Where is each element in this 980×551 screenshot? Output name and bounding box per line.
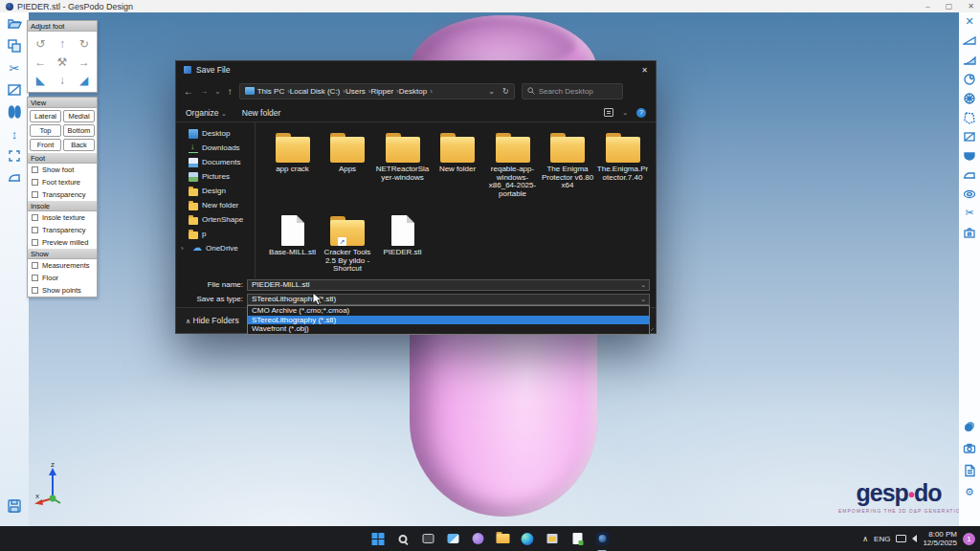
ramp-tool-icon[interactable] xyxy=(963,53,977,67)
forward-button[interactable]: → xyxy=(200,87,208,96)
file-tile[interactable]: ↗ The.Enigma.Protector.7.40 xyxy=(595,128,650,211)
search-button[interactable] xyxy=(395,531,412,547)
save-type-option[interactable]: CMO Archive (*.cmo;*.cmoa) xyxy=(248,306,649,316)
save-icon[interactable] xyxy=(6,497,23,515)
export-package-icon[interactable] xyxy=(963,225,977,239)
file-name-input[interactable]: PIEDER-MILL.stl ⌄ xyxy=(247,279,650,291)
breadcrumb-item[interactable]: Ripper xyxy=(371,87,399,96)
fit-view-icon[interactable] xyxy=(6,147,23,165)
sidebar-item[interactable]: › Documents ⊼ xyxy=(176,155,255,169)
notes-app-icon[interactable] xyxy=(569,531,586,547)
file-tile[interactable]: ↗ New folder xyxy=(431,128,485,211)
minimize-button[interactable]: – xyxy=(925,0,929,12)
sidebar-item[interactable]: › Desktop ⊼ xyxy=(176,126,255,141)
panel-close-icon[interactable]: ✕ xyxy=(963,14,977,29)
report-icon[interactable] xyxy=(963,463,977,477)
notification-badge[interactable]: 1 xyxy=(963,533,975,545)
shell-tool-icon[interactable] xyxy=(963,148,977,163)
recent-locations-button[interactable]: ⌄ xyxy=(214,87,221,96)
close-button[interactable]: ✕ xyxy=(968,0,974,12)
adjust-foot-button[interactable]: ↓ xyxy=(52,71,74,89)
ring-tool-icon[interactable] xyxy=(963,187,977,201)
grinder-disc-icon[interactable] xyxy=(963,72,977,86)
view-button[interactable]: Medial xyxy=(63,110,95,122)
view-button[interactable]: Bottom xyxy=(63,124,95,137)
adjust-foot-button[interactable]: ↑ xyxy=(52,34,74,53)
breadcrumb-item[interactable]: Local Disk (C:) xyxy=(290,87,345,96)
task-view-button[interactable] xyxy=(420,531,436,547)
expand-chevron-icon[interactable]: › xyxy=(181,244,189,253)
view-button[interactable]: Back xyxy=(63,139,95,151)
checkbox[interactable] xyxy=(32,239,38,246)
file-tile[interactable]: ↗ The Enigma Protector v6.80 x64 xyxy=(541,128,595,211)
breadcrumb-item[interactable]: Desktop xyxy=(399,87,433,96)
dialog-close-button[interactable]: ✕ xyxy=(641,66,648,75)
checkbox-row[interactable]: Floor xyxy=(28,272,97,284)
checkbox-row[interactable]: Transparency xyxy=(28,224,97,236)
cut-tool-icon[interactable]: ✂ xyxy=(963,206,977,220)
breadcrumb-item[interactable]: Users xyxy=(345,87,371,96)
view-toggle-chevron[interactable]: ⌄ xyxy=(622,109,628,117)
sidebar-item[interactable]: › OneDrive ⊼ xyxy=(176,241,255,255)
sidebar-item[interactable]: › Design ⊼ xyxy=(176,184,255,198)
checkbox[interactable] xyxy=(32,179,38,186)
search-input[interactable]: Search Desktop xyxy=(522,83,623,99)
insoles-pair-icon[interactable] xyxy=(6,103,23,121)
iron-smooth-icon[interactable] xyxy=(963,167,977,182)
save-type-option[interactable]: STereoLithography (*.stl) xyxy=(248,316,649,325)
view-button[interactable]: Front xyxy=(30,139,61,151)
checkbox-row[interactable]: Show foot xyxy=(28,164,97,176)
open-folder-icon[interactable] xyxy=(6,15,23,33)
maximize-button[interactable]: ▢ xyxy=(946,0,953,12)
view-button[interactable]: Lateral xyxy=(30,110,61,122)
new-folder-button[interactable]: New folder xyxy=(242,108,281,118)
store-app-icon[interactable] xyxy=(545,531,561,547)
file-tile[interactable]: ↗ NETReactorSlayer-windows xyxy=(375,128,430,211)
checkbox[interactable] xyxy=(32,191,38,198)
widgets-button[interactable] xyxy=(445,531,461,547)
duplicate-icon[interactable] xyxy=(6,37,23,55)
cut-icon[interactable]: ✂ xyxy=(6,59,23,77)
save-type-dropdown-icon[interactable]: ⌄ xyxy=(640,295,646,304)
checkbox-row[interactable]: Preview milled xyxy=(28,236,97,249)
checkbox-row[interactable]: Measurements xyxy=(28,259,97,272)
save-type-select[interactable]: STereoLithography (*.stl) ⌄ xyxy=(247,294,650,305)
checkbox-row[interactable]: Transparency xyxy=(28,188,97,201)
volume-icon[interactable] xyxy=(912,535,917,542)
organize-button[interactable]: Organize ⌄ xyxy=(186,108,227,118)
file-tile[interactable]: ↗ reqable-app-windows-x86_64-2025-portab… xyxy=(485,128,540,211)
dialog-titlebar[interactable]: Save File ✕ xyxy=(176,61,656,78)
wedge-tool-icon[interactable] xyxy=(963,33,977,48)
adjust-foot-button[interactable]: → xyxy=(73,53,95,71)
edge-browser-icon[interactable] xyxy=(520,531,536,547)
network-icon[interactable] xyxy=(896,535,906,542)
adjust-foot-button[interactable]: ← xyxy=(30,53,52,71)
help-icon[interactable]: ? xyxy=(636,108,646,118)
checkbox[interactable] xyxy=(32,166,38,173)
adjust-foot-button[interactable]: ↻ xyxy=(73,34,95,53)
breadcrumb[interactable]: This PCLocal Disk (C:)UsersRipperDesktop… xyxy=(239,83,515,99)
adjust-foot-button[interactable]: ↺ xyxy=(30,34,52,53)
checkbox-row[interactable]: Foot texture xyxy=(28,176,97,188)
mesh-sphere-icon[interactable] xyxy=(963,91,977,105)
adjust-foot-button[interactable]: ⚒ xyxy=(52,53,74,71)
up-button[interactable]: ↑ xyxy=(228,86,233,97)
layers-icon[interactable] xyxy=(963,419,977,433)
checkbox[interactable] xyxy=(32,227,38,233)
height-adjust-icon[interactable]: ↕ xyxy=(6,125,23,143)
sidebar-item[interactable]: › OrtenShape ⊼ xyxy=(176,212,255,227)
adjust-foot-button[interactable]: ◢ xyxy=(73,71,95,89)
sidebar-item[interactable]: › p ⊼ xyxy=(176,227,255,241)
crop-icon[interactable] xyxy=(6,81,23,99)
checkbox[interactable] xyxy=(32,287,38,294)
file-tile[interactable]: ↗ app crack xyxy=(265,128,320,211)
save-type-option[interactable]: Wavefront (*.obj) xyxy=(248,324,649,334)
view-toggle-icon[interactable] xyxy=(604,108,613,117)
sidebar-item[interactable]: › Downloads ⊼ xyxy=(176,141,255,155)
gespodo-app-icon[interactable] xyxy=(594,531,611,547)
sidebar-item[interactable]: › New folder ⊼ xyxy=(176,198,255,212)
checkbox[interactable] xyxy=(32,262,38,269)
sidebar-item[interactable]: › Pictures ⊼ xyxy=(176,169,255,184)
refresh-icon[interactable]: ↻ xyxy=(502,87,509,96)
clock[interactable]: 8:00 PM 12/5/2025 xyxy=(923,530,957,547)
